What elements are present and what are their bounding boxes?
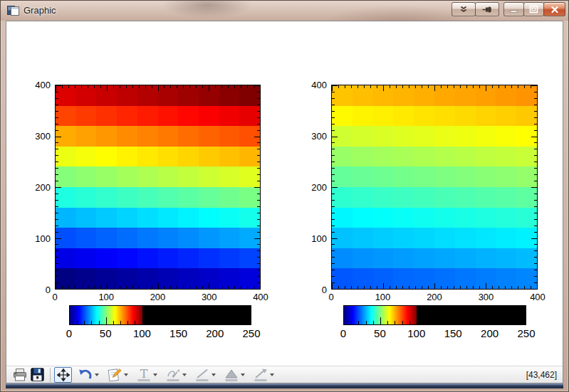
axis-tick (534, 111, 537, 112)
axis-tick-label: 100 (22, 233, 51, 244)
plot-frame-right-image[interactable] (331, 85, 538, 290)
axis-tick (370, 85, 371, 88)
axis-tick (534, 206, 537, 207)
text-dropdown chevron-down-icon[interactable] (153, 374, 157, 376)
annotate-button[interactable] (105, 367, 123, 383)
heatmap-cell (496, 187, 516, 208)
graphic-window: Graphic (0, 0, 569, 392)
save-button[interactable] (28, 367, 46, 383)
plot-canvas[interactable]: 0100200300400010020030040005010015020025… (6, 21, 563, 366)
restore-button[interactable] (523, 2, 544, 16)
minimize-button[interactable] (503, 2, 524, 16)
freehand-tool-button[interactable] (164, 367, 182, 383)
titlebar[interactable]: Graphic (1, 1, 568, 21)
axis-tick-label: 200 (22, 182, 51, 193)
axis-tick (100, 286, 101, 289)
close-button[interactable] (543, 2, 565, 16)
heatmap-cell (496, 228, 516, 248)
axis-tick (332, 142, 335, 143)
line-tool-button[interactable] (193, 367, 211, 383)
axis-tick (56, 168, 58, 169)
axis-tick (56, 232, 58, 233)
line-dropdown chevron-down-icon[interactable] (212, 374, 216, 376)
plot-frame-left-image[interactable] (55, 85, 261, 290)
axis-tick (332, 232, 335, 233)
toolbar: T (6, 366, 563, 383)
axis-tick (56, 213, 58, 213)
heatmap-cell (393, 147, 414, 167)
axis-tick (434, 85, 435, 91)
axis-tick (357, 286, 358, 289)
undo-button[interactable] (76, 367, 94, 383)
heatmap-cell (117, 208, 137, 228)
heatmap-cell (332, 166, 353, 187)
freehand-dropdown chevron-down-icon[interactable] (182, 374, 187, 376)
axis-tick (257, 226, 260, 226)
chevron-double-down-icon (459, 6, 468, 14)
heatmap-cell (117, 85, 137, 106)
heatmap-cell (96, 126, 117, 147)
heatmap-cell (353, 208, 373, 228)
axis-tick-label: 300 (298, 131, 327, 142)
axis-tick (351, 286, 352, 289)
axis-tick (257, 174, 260, 175)
axis-tick (158, 283, 159, 289)
heatmap-cell (117, 187, 137, 208)
undo-arrow-icon (78, 368, 93, 381)
axis-tick (56, 98, 58, 99)
pan-button[interactable] (54, 367, 72, 383)
colorbar-tick-label: 50 (90, 327, 121, 339)
axis-tick (534, 181, 537, 181)
heatmap-cell (158, 166, 179, 187)
annotate-dropdown chevron-down-icon[interactable] (124, 374, 128, 376)
colorbar-tick (387, 321, 388, 324)
colorbar-tick (84, 321, 85, 324)
axis-tick (94, 85, 95, 88)
axis-tick (257, 257, 260, 258)
heatmap-cell (158, 208, 179, 228)
axis-tick (332, 206, 335, 207)
print-button[interactable] (11, 367, 28, 383)
polygon-tool-button[interactable] (222, 367, 240, 383)
axis-tick (81, 85, 82, 88)
shade-button[interactable] (451, 2, 476, 16)
axis-tick (189, 85, 190, 88)
heatmap-cell (137, 147, 158, 167)
heatmap-cell (137, 106, 158, 127)
axis-tick (257, 142, 260, 143)
text-tool-button[interactable]: T (135, 367, 152, 383)
undo-dropdown chevron-down-icon[interactable] (95, 374, 99, 376)
heatmap-cell (516, 187, 537, 208)
axis-tick-label: 200 (298, 182, 327, 193)
arrow-tool-button[interactable] (251, 367, 269, 383)
polygon-dropdown chevron-down-icon[interactable] (241, 374, 245, 376)
heatmap-cell (219, 248, 240, 269)
heatmap-cell (137, 248, 158, 269)
axis-tick (257, 263, 260, 264)
axis-tick (215, 85, 216, 88)
axis-tick (338, 286, 339, 289)
axis-tick (524, 85, 525, 88)
colorbar-tick (358, 321, 359, 324)
heatmap-cell (76, 208, 97, 228)
axis-tick (402, 85, 403, 88)
heatmap-cell (496, 248, 516, 269)
close-icon (550, 6, 559, 14)
axis-tick (332, 149, 335, 149)
axis-tick (257, 149, 260, 149)
axis-tick (534, 124, 537, 125)
axis-tick (486, 283, 486, 289)
arrow-dropdown chevron-down-icon[interactable] (270, 374, 274, 376)
heatmap-cell (137, 228, 158, 248)
axis-tick (257, 206, 260, 207)
caption-buttons (451, 2, 565, 16)
axis-tick (257, 250, 260, 251)
heatmap-cell (56, 106, 76, 127)
axis-tick (221, 286, 222, 289)
heatmap-cell (96, 147, 117, 167)
colorbar-tick (135, 321, 135, 324)
axis-tick (62, 85, 63, 88)
colorbar-tick (380, 317, 381, 324)
pin-button[interactable] (475, 2, 499, 16)
heatmap-cell (496, 126, 516, 147)
